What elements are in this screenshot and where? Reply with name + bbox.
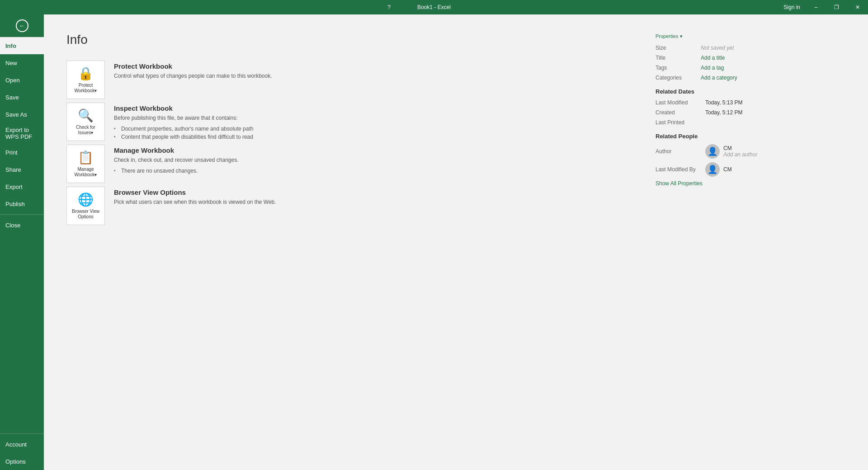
browser-view-content: Browser View Options Pick what users can… — [114, 187, 276, 209]
protect-workbook-card: 🔒 ProtectWorkbook▾ Protect Workbook Cont… — [66, 61, 637, 99]
inspect-workbook-bullets: Document properties, author's name and a… — [114, 125, 253, 141]
restore-button[interactable]: ❐ — [826, 0, 847, 14]
inspect-workbook-icon-box[interactable]: 🔍 Check forIssues▾ — [66, 103, 105, 141]
manage-workbook-icon: 📋 — [78, 150, 94, 165]
inspect-workbook-desc: Before publishing this file, be aware th… — [114, 114, 253, 122]
sidebar-item-export[interactable]: Export — [0, 178, 44, 195]
prop-label-title: Title — [656, 55, 701, 61]
window-controls: Sign in – ❐ ✕ — [778, 0, 868, 14]
author-role-label: Author — [656, 148, 705, 155]
back-circle-icon: ← — [16, 19, 28, 32]
inspect-workbook-title: Inspect Workbook — [114, 104, 253, 112]
date-label-printed: Last Printed — [656, 119, 705, 126]
browser-view-card: 🌐 Browser ViewOptions Browser View Optio… — [66, 187, 637, 225]
prop-value-tags[interactable]: Add a tag — [701, 65, 724, 71]
prop-value-title[interactable]: Add a title — [701, 55, 725, 61]
browser-view-icon-box[interactable]: 🌐 Browser ViewOptions — [66, 187, 105, 225]
inspect-bullet-2: Content that people with disabilities fi… — [114, 133, 253, 141]
manage-workbook-bullets: There are no unsaved changes. — [114, 167, 239, 175]
back-button[interactable]: ← — [0, 14, 44, 37]
date-row-printed: Last Printed — [656, 119, 845, 126]
prop-value-size: Not saved yet — [701, 45, 734, 51]
author-info: CM Add an author — [723, 145, 757, 158]
last-modified-by-label: Last Modified By — [656, 166, 705, 173]
protect-workbook-title: Protect Workbook — [114, 62, 272, 70]
manage-workbook-card: 📋 ManageWorkbook▾ Manage Workbook Check … — [66, 145, 637, 183]
date-value-modified: Today, 5:13 PM — [705, 99, 743, 106]
protect-workbook-desc: Control what types of changes people can… — [114, 72, 272, 80]
protect-workbook-content: Protect Workbook Control what types of c… — [114, 61, 272, 83]
author-row: Author 👤 CM Add an author — [656, 144, 845, 159]
date-label-created: Created — [656, 109, 705, 116]
inspect-bullet-1: Document properties, author's name and a… — [114, 125, 253, 133]
properties-panel: Properties ▾ Size Not saved yet Title Ad… — [656, 33, 845, 187]
author-name: CM — [723, 145, 757, 151]
sign-in-link[interactable]: Sign in — [778, 4, 806, 10]
manage-workbook-content: Manage Workbook Check in, check out, and… — [114, 145, 239, 175]
protect-workbook-icon-box[interactable]: 🔒 ProtectWorkbook▾ — [66, 61, 105, 99]
last-modified-avatar: 👤 — [705, 162, 720, 177]
main-content: Properties ▾ Size Not saved yet Title Ad… — [44, 14, 868, 470]
sidebar-item-info[interactable]: Info — [0, 37, 44, 54]
window-title: Book1 - Excel — [417, 4, 451, 10]
manage-workbook-desc: Check in, check out, and recover unsaved… — [114, 156, 239, 164]
properties-title[interactable]: Properties ▾ — [656, 33, 845, 39]
cards-section: 🔒 ProtectWorkbook▾ Protect Workbook Cont… — [66, 61, 637, 229]
browser-view-icon-label: Browser ViewOptions — [72, 209, 99, 220]
close-button[interactable]: ✕ — [847, 0, 868, 14]
inspect-workbook-icon-label: Check forIssues▾ — [76, 125, 95, 136]
date-label-modified: Last Modified — [656, 99, 705, 106]
sidebar-item-account[interactable]: Account — [0, 436, 44, 453]
show-all-properties-link[interactable]: Show All Properties — [656, 180, 845, 187]
browser-view-title: Browser View Options — [114, 188, 276, 196]
last-modified-by-row: Last Modified By 👤 CM — [656, 162, 845, 177]
browser-view-icon: 🌐 — [78, 192, 94, 207]
sidebar-item-save-as[interactable]: Save As — [0, 106, 44, 123]
sidebar-item-new[interactable]: New — [0, 54, 44, 71]
add-author-link[interactable]: Add an author — [723, 151, 757, 158]
sidebar-item-open[interactable]: Open — [0, 71, 44, 89]
prop-row-size: Size Not saved yet — [656, 45, 845, 51]
inspect-workbook-icon: 🔍 — [78, 108, 94, 123]
sidebar-item-export-wps[interactable]: Export to WPS PDF — [0, 123, 44, 144]
sidebar-divider-2 — [0, 433, 44, 434]
sidebar-item-options[interactable]: Options — [0, 453, 44, 470]
prop-label-size: Size — [656, 45, 701, 51]
manage-workbook-icon-label: ManageWorkbook▾ — [75, 167, 97, 178]
manage-bullet-1: There are no unsaved changes. — [114, 167, 239, 175]
properties-arrow: ▾ — [680, 33, 683, 39]
sidebar-divider — [0, 214, 44, 215]
sidebar-item-share[interactable]: Share — [0, 161, 44, 178]
related-people-title: Related People — [656, 133, 845, 140]
related-dates-title: Related Dates — [656, 88, 845, 95]
prop-row-title: Title Add a title — [656, 55, 845, 61]
last-modified-name: CM — [723, 166, 732, 173]
manage-workbook-icon-box[interactable]: 📋 ManageWorkbook▾ — [66, 145, 105, 183]
date-row-modified: Last Modified Today, 5:13 PM — [656, 99, 845, 106]
date-row-created: Created Today, 5:12 PM — [656, 109, 845, 116]
sidebar-item-close[interactable]: Close — [0, 216, 44, 234]
sidebar-item-save[interactable]: Save — [0, 89, 44, 106]
prop-row-categories: Categories Add a category — [656, 75, 845, 81]
help-button[interactable]: ? — [382, 4, 396, 10]
related-dates-section: Last Modified Today, 5:13 PM Created Tod… — [656, 99, 845, 126]
sidebar-item-publish[interactable]: Publish — [0, 195, 44, 212]
protect-workbook-icon: 🔒 — [78, 66, 94, 81]
prop-label-categories: Categories — [656, 75, 701, 81]
inspect-workbook-card: 🔍 Check forIssues▾ Inspect Workbook Befo… — [66, 103, 637, 141]
prop-value-categories[interactable]: Add a category — [701, 75, 737, 81]
prop-label-tags: Tags — [656, 65, 701, 71]
protect-workbook-icon-label: ProtectWorkbook▾ — [75, 83, 97, 94]
prop-row-tags: Tags Add a tag — [656, 65, 845, 71]
sidebar: ← Info New Open Save Save As Export to W… — [0, 14, 44, 470]
sidebar-item-print[interactable]: Print — [0, 144, 44, 161]
author-avatar: 👤 — [705, 144, 720, 159]
minimize-button[interactable]: – — [806, 0, 826, 14]
manage-workbook-title: Manage Workbook — [114, 146, 239, 154]
browser-view-desc: Pick what users can see when this workbo… — [114, 198, 276, 206]
inspect-workbook-content: Inspect Workbook Before publishing this … — [114, 103, 253, 141]
date-value-created: Today, 5:12 PM — [705, 109, 743, 116]
title-bar: ? Book1 - Excel Sign in – ❐ ✕ — [0, 0, 868, 14]
